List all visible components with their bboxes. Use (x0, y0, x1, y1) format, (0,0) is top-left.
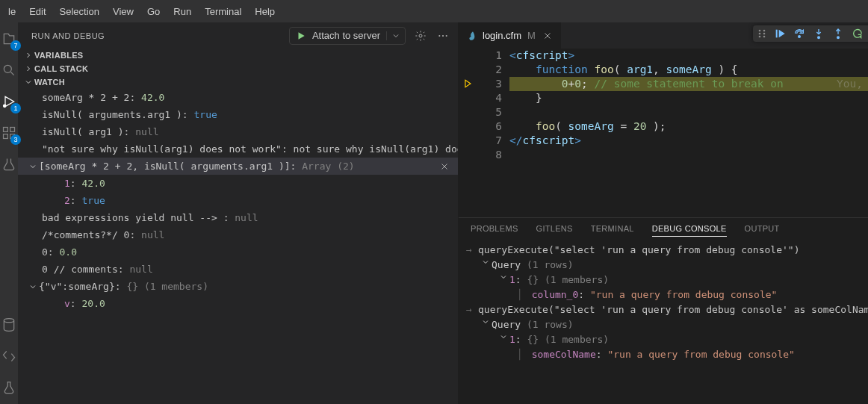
svg-point-15 (759, 36, 761, 38)
watch-list: someArg * 2 + 2: 42.0isNull( arguments.a… (18, 89, 458, 404)
menubar: leEditSelectionViewGoRunTerminalHelp (0, 0, 868, 22)
chevron-down-icon[interactable] (481, 317, 492, 326)
svg-point-13 (759, 33, 761, 35)
editor-tabbar: login.cfm M (459, 22, 868, 49)
menu-item[interactable]: Edit (22, 3, 52, 20)
step-into-icon[interactable] (813, 28, 825, 40)
watch-section[interactable]: WATCH (18, 75, 458, 89)
svg-point-11 (759, 30, 761, 32)
callstack-label: CALL STACK (34, 64, 88, 73)
menu-item[interactable]: Selection (53, 3, 106, 20)
variables-section[interactable]: VARIABLES (18, 49, 458, 62)
git-blame-annotation: You, 34 (837, 77, 868, 91)
panel-tabs: PROBLEMSGITLENSTERMINALDEBUG CONSOLEOUTP… (459, 218, 868, 241)
step-over-icon[interactable] (793, 28, 805, 40)
console-line[interactable]: Query (1 rows) (459, 258, 868, 273)
debug-config-picker[interactable]: Attach to server (289, 27, 406, 45)
code-line[interactable] (509, 105, 868, 119)
watch-expression[interactable]: "not sure why isNull(arg1) does not work… (18, 140, 458, 158)
console-line[interactable]: 1: {} (1 members) (459, 273, 868, 288)
watch-expression[interactable]: 0: 0.0 (18, 243, 458, 261)
callstack-section[interactable]: CALL STACK (18, 62, 458, 75)
continue-icon[interactable] (774, 28, 786, 40)
watch-child[interactable]: v: 20.0 (18, 295, 458, 312)
code-line[interactable] (509, 148, 868, 162)
console-line[interactable]: Query (1 rows) (459, 317, 868, 332)
step-out-icon[interactable] (832, 28, 844, 40)
svg-point-1 (4, 105, 6, 107)
console-line[interactable]: 1: {} (1 members) (459, 332, 868, 347)
watch-child[interactable]: 2: true (18, 192, 458, 209)
watch-child[interactable]: 1: 42.0 (18, 175, 458, 192)
menu-item[interactable]: Help (248, 3, 282, 20)
svg-point-19 (818, 37, 820, 39)
code-editor[interactable]: 12345678 <cfscript> function foo( arg1, … (459, 49, 868, 217)
ellipsis-icon[interactable] (435, 28, 450, 43)
watch-expression[interactable]: someArg * 2 + 2: 42.0 (18, 89, 458, 106)
extensions-icon[interactable]: 3 (0, 124, 18, 142)
code-line[interactable]: foo( someArg = 20 ); (509, 119, 868, 134)
panel-tab[interactable]: GITLENS (536, 224, 573, 237)
sidebar-title: RUN AND DEBUG (31, 31, 105, 40)
watch-expression[interactable]: 0 // comments: null (18, 261, 458, 278)
chevron-down-icon[interactable] (28, 282, 39, 291)
code-line[interactable]: function foo( arg1, someArg ) { (509, 63, 868, 77)
svg-point-0 (4, 65, 11, 72)
editor-tab[interactable]: login.cfm M (459, 22, 562, 49)
svg-rect-4 (4, 134, 8, 139)
svg-point-12 (763, 30, 766, 32)
input-arrow-icon: → (466, 243, 478, 258)
grip-icon[interactable] (757, 28, 766, 39)
chevron-down-icon[interactable] (28, 162, 39, 171)
chevron-down-icon[interactable] (386, 31, 405, 40)
watch-expression[interactable]: isNull( arguments.arg1 ): true (18, 106, 458, 123)
watch-expression[interactable]: /*comments?*/ 0: null (18, 226, 458, 243)
menu-item[interactable]: le (1, 3, 22, 20)
code-line[interactable]: <cfscript> (509, 49, 868, 63)
console-line[interactable]: →queryExecute("select 'run a query from … (459, 243, 868, 258)
svg-point-14 (763, 33, 766, 35)
search-icon[interactable] (0, 61, 18, 79)
chevron-down-icon[interactable] (499, 273, 509, 282)
run-debug-icon[interactable]: 1 (0, 93, 18, 111)
close-icon[interactable] (540, 30, 555, 42)
input-arrow-icon: → (466, 302, 478, 317)
code-line[interactable]: </cfscript> (509, 134, 868, 148)
watch-expression[interactable]: {"v":someArg}: {} (1 members) (18, 278, 458, 295)
svg-point-20 (837, 37, 840, 39)
code-line[interactable]: } (509, 91, 868, 105)
watch-expression[interactable]: [someArg * 2 + 2, isNull( arguments.arg1… (18, 158, 458, 175)
watch-expression[interactable]: bad expressions yield null --> : null (18, 209, 458, 226)
panel-tab[interactable]: PROBLEMS (471, 224, 518, 237)
debug-console[interactable]: →queryExecute("select 'run a query from … (459, 241, 868, 404)
gear-icon[interactable] (413, 28, 428, 43)
database-icon[interactable] (0, 316, 18, 334)
testing-icon[interactable] (0, 155, 18, 173)
menu-item[interactable]: View (106, 3, 140, 20)
menu-item[interactable]: Terminal (198, 3, 248, 20)
panel-tab[interactable]: TERMINAL (591, 224, 634, 237)
coldfusion-file-icon (468, 31, 478, 41)
svg-rect-2 (4, 128, 8, 132)
remote-icon[interactable] (0, 347, 18, 365)
restart-icon[interactable] (852, 28, 864, 40)
start-debug-icon[interactable] (290, 31, 312, 41)
console-line[interactable]: │ someColName: "run a query from debug c… (459, 347, 868, 362)
panel-tab[interactable]: DEBUG CONSOLE (652, 224, 727, 237)
chevron-right-icon (24, 64, 34, 73)
code-line[interactable]: 0+0; // some statement to break onYou, 3… (509, 77, 868, 91)
chevron-down-icon[interactable] (499, 332, 509, 341)
beaker-icon[interactable] (0, 379, 18, 397)
watch-expression[interactable]: isNull( arg1 ): null (18, 123, 458, 140)
panel-tab[interactable]: OUTPUT (745, 224, 780, 237)
menu-item[interactable]: Go (140, 3, 167, 20)
svg-point-9 (442, 34, 444, 36)
console-line[interactable]: →queryExecute("select 'run a query from … (459, 302, 868, 317)
close-icon[interactable] (435, 162, 453, 171)
menu-item[interactable]: Run (167, 3, 198, 20)
debug-toolbar[interactable] (753, 25, 868, 42)
chevron-down-icon[interactable] (481, 258, 492, 267)
svg-point-8 (438, 34, 440, 36)
explorer-icon[interactable]: 7 (0, 30, 18, 48)
console-line[interactable]: │ column_0: "run a query from debug cons… (459, 288, 868, 302)
